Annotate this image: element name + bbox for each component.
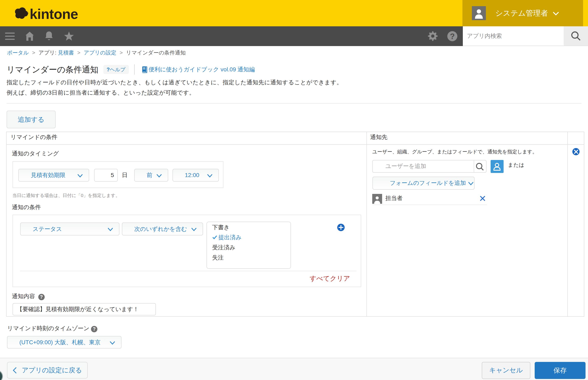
svg-text:?: ? <box>450 32 455 41</box>
svg-text:kintone: kintone <box>30 7 78 21</box>
